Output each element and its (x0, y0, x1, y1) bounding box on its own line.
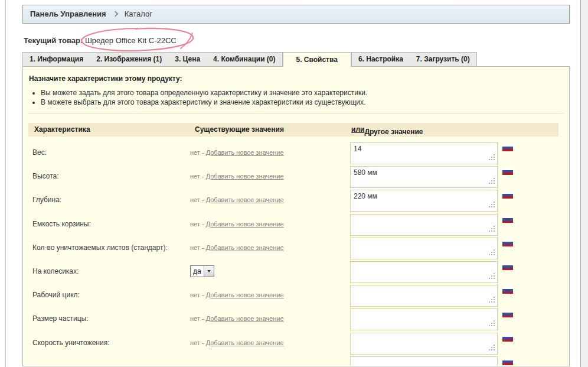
current-product-line: Текущий товар: Шредер Office Kit C-22CC (24, 36, 570, 45)
panel-instructions: Вы можете задать для этого товара опреде… (41, 88, 569, 107)
table-row: Емкость корзины: нет - Добавить новое зн… (23, 214, 569, 238)
value-select[interactable]: да (190, 265, 214, 277)
scrollbar-track[interactable] (580, 0, 588, 367)
other-value-textarea[interactable] (350, 308, 498, 330)
other-value-textarea[interactable] (350, 142, 498, 164)
panel-heading: Назначите характеристики этому продукту: (29, 74, 569, 83)
current-product-label: Текущий товар: (24, 36, 83, 45)
chevron-right-icon (112, 11, 118, 17)
russian-flag-icon (502, 168, 513, 175)
chevron-down-icon (207, 270, 211, 272)
add-new-value-link[interactable]: Добавить новое значение (206, 291, 284, 298)
existing-none-text: нет - (190, 339, 206, 346)
existing-none-text: нет - (190, 244, 206, 251)
resize-grip-icon[interactable] (494, 325, 495, 326)
characteristic-label: Рабочий цикл: (32, 291, 80, 299)
existing-values-cell: нет - Добавить новое значение (190, 220, 284, 228)
table-row: Скорость уничтожения: нет - Добавить нов… (23, 333, 569, 356)
tab-upload[interactable]: 7. Загрузить (0) (410, 53, 476, 66)
breadcrumb-item-catalog[interactable]: Каталог (125, 9, 152, 18)
russian-flag-icon (502, 334, 513, 342)
tab-group-left: 1. Информация 2. Изображения (1) 3. Цена… (22, 52, 283, 66)
existing-values-cell: нет - Добавить новое значение (190, 149, 284, 156)
other-value-cell (350, 166, 498, 188)
resize-grip-icon[interactable] (494, 230, 495, 232)
other-value-cell (350, 214, 498, 236)
header-characteristic: Характеристика (34, 125, 90, 134)
table-row: На колесиках: да (23, 261, 569, 285)
other-value-cell (350, 333, 498, 355)
select-arrow-button[interactable] (204, 266, 214, 277)
table-row: Кол-во уничтожаемых листов (стандарт): н… (23, 238, 569, 261)
characteristic-label: Размер частицы: (32, 314, 89, 323)
other-value-cell (350, 308, 498, 330)
resize-grip-icon[interactable] (494, 254, 495, 255)
characteristic-label: Скорость уничтожения: (32, 339, 110, 347)
tab-settings[interactable]: 6. Настройка (352, 53, 410, 66)
table-row: Размер частицы: нет - Добавить новое зна… (23, 308, 569, 332)
other-value-textarea[interactable] (350, 285, 498, 307)
add-new-value-link[interactable]: Добавить новое значение (206, 196, 284, 203)
other-value-textarea[interactable] (350, 214, 498, 236)
resize-grip-icon[interactable] (494, 349, 495, 350)
resize-grip-icon[interactable] (494, 301, 495, 303)
existing-values-cell: нет - Добавить новое значение (190, 291, 284, 298)
existing-none-text: нет - (190, 173, 206, 180)
header-existing-values: Существующие значения (195, 125, 284, 134)
current-product-name: Шредер Office Kit C-22CC (85, 36, 177, 45)
resize-grip-icon[interactable] (494, 159, 495, 160)
other-value-cell (350, 238, 498, 259)
characteristic-label: Глубина: (32, 196, 61, 204)
other-value-textarea[interactable] (350, 261, 498, 283)
other-value-textarea[interactable] (350, 356, 498, 366)
other-value-textarea[interactable] (350, 190, 498, 212)
table-row: Вес: нет - Добавить новое значение (23, 142, 569, 166)
russian-flag-icon (502, 310, 513, 317)
existing-none-text: нет - (190, 149, 206, 156)
characteristic-label: Вес: (32, 148, 47, 157)
russian-flag-icon (502, 358, 513, 365)
resize-grip-icon[interactable] (494, 206, 495, 207)
resize-grip-icon[interactable] (494, 278, 495, 279)
table-row (23, 356, 569, 366)
characteristic-label: Емкость корзины: (32, 220, 91, 228)
russian-flag-icon (502, 287, 513, 294)
properties-panel: Назначите характеристики этому продукту:… (22, 66, 570, 366)
product-tab-bar: 1. Информация 2. Изображения (1) 3. Цена… (22, 51, 570, 66)
add-new-value-link[interactable]: Добавить новое значение (206, 173, 284, 180)
other-value-textarea[interactable] (350, 333, 498, 355)
instruction-item: Вы можете задать для этого товара опреде… (41, 88, 569, 98)
other-value-cell (350, 285, 498, 307)
table-row: Рабочий цикл: нет - Добавить новое значе… (23, 285, 569, 308)
catalog-product-page: Панель УправленияКаталог Текущий товар: … (22, 5, 570, 366)
add-new-value-link[interactable]: Добавить новое значение (206, 244, 284, 251)
add-new-value-link[interactable]: Добавить новое значение (206, 315, 284, 322)
other-value-cell (350, 356, 498, 366)
tab-information[interactable]: 1. Информация (23, 53, 90, 66)
table-header-row: Характеристика Существующие значения или… (28, 123, 558, 137)
add-new-value-link[interactable]: Добавить новое значение (206, 220, 284, 228)
instruction-item: В можете выбрать для этого товара характ… (41, 98, 569, 107)
other-value-textarea[interactable] (350, 238, 498, 259)
add-new-value-link[interactable]: Добавить новое значение (206, 339, 284, 346)
existing-values-cell: нет - Добавить новое значение (190, 196, 284, 203)
breadcrumb-item-control-panel[interactable]: Панель Управления (30, 9, 106, 18)
other-value-textarea[interactable] (350, 166, 498, 188)
tab-properties[interactable]: 5. Свойства (283, 52, 351, 67)
other-value-cell (350, 190, 498, 212)
russian-flag-icon (502, 239, 513, 246)
other-value-cell (350, 142, 498, 164)
divider (28, 113, 564, 113)
existing-values-cell: нет - Добавить новое значение (190, 244, 284, 251)
tab-price[interactable]: 3. Цена (168, 53, 207, 66)
existing-values-cell: нет - Добавить новое значение (190, 315, 284, 322)
characteristic-label: На колесиках: (32, 267, 79, 275)
existing-values-cell: нет - Добавить новое значение (190, 339, 284, 346)
existing-values-cell: нет - Добавить новое значение (190, 173, 284, 180)
tab-images[interactable]: 2. Изображения (1) (90, 53, 168, 66)
tab-combinations[interactable]: 4. Комбинации (0) (207, 53, 282, 66)
select-selected-value: да (191, 266, 204, 277)
add-new-value-link[interactable]: Добавить новое значение (206, 149, 284, 156)
existing-none-text: нет - (190, 196, 206, 203)
resize-grip-icon[interactable] (494, 183, 495, 184)
